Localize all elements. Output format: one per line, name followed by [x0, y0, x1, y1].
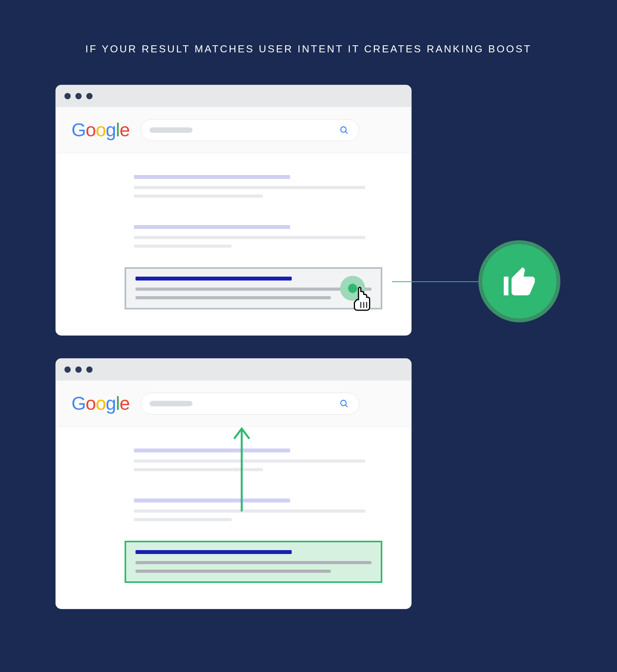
- window-dot: [75, 366, 82, 373]
- search-placeholder: [150, 401, 193, 406]
- result-title: [134, 175, 290, 179]
- window-dot: [64, 366, 71, 373]
- result-title: [134, 225, 290, 229]
- titlebar: [56, 85, 411, 107]
- result-line: [136, 296, 331, 299]
- google-logo: Google: [71, 119, 130, 141]
- connector-line: [392, 281, 487, 282]
- logo-letter: g: [106, 120, 116, 140]
- result-title: [136, 277, 292, 281]
- arrow-up-icon: [232, 426, 251, 511]
- search-result-clicked[interactable]: [125, 267, 382, 309]
- logo-letter: e: [119, 393, 130, 414]
- result-line: [136, 561, 371, 564]
- titlebar: [56, 359, 411, 381]
- search-icon[interactable]: [339, 125, 349, 135]
- svg-point-5: [341, 400, 346, 406]
- result-line: [136, 570, 331, 573]
- search-input[interactable]: [141, 393, 359, 415]
- search-icon[interactable]: [339, 399, 349, 408]
- page-heading: IF YOUR RESULT MATCHES USER INTENT IT CR…: [0, 0, 617, 55]
- svg-point-0: [341, 127, 346, 132]
- search-result[interactable]: [125, 167, 374, 212]
- search-result-boosted[interactable]: [125, 541, 382, 583]
- window-dot: [75, 93, 82, 99]
- window-dot: [86, 93, 93, 99]
- pointer-cursor-icon: [350, 284, 374, 313]
- result-line: [134, 195, 263, 198]
- logo-letter: e: [119, 120, 130, 140]
- logo-letter: o: [96, 120, 106, 140]
- result-line: [134, 518, 232, 521]
- logo-letter: o: [86, 393, 96, 414]
- logo-letter: l: [116, 393, 119, 414]
- thumbs-up-icon: [501, 263, 538, 300]
- result-title: [134, 499, 290, 502]
- google-logo: Google: [71, 393, 130, 414]
- logo-letter: o: [96, 393, 106, 414]
- results-list: [56, 153, 411, 309]
- result-title: [136, 550, 292, 554]
- window-dot: [64, 93, 71, 99]
- result-line: [136, 288, 371, 291]
- window-dot: [86, 366, 93, 373]
- result-line: [134, 186, 365, 189]
- result-title: [134, 449, 290, 452]
- svg-line-1: [345, 131, 348, 134]
- thumbs-up-badge: [482, 244, 556, 318]
- logo-letter: o: [86, 120, 96, 140]
- search-input[interactable]: [141, 119, 359, 141]
- result-line: [134, 236, 365, 239]
- search-result[interactable]: [125, 217, 374, 262]
- logo-letter: G: [71, 393, 86, 414]
- browser-window-top: Google: [56, 85, 411, 335]
- result-line: [134, 245, 232, 248]
- svg-line-6: [345, 405, 348, 407]
- search-header: Google: [56, 107, 411, 153]
- search-placeholder: [150, 127, 193, 133]
- search-header: Google: [56, 381, 411, 427]
- logo-letter: l: [116, 120, 119, 140]
- logo-letter: G: [71, 120, 86, 140]
- logo-letter: g: [106, 393, 116, 414]
